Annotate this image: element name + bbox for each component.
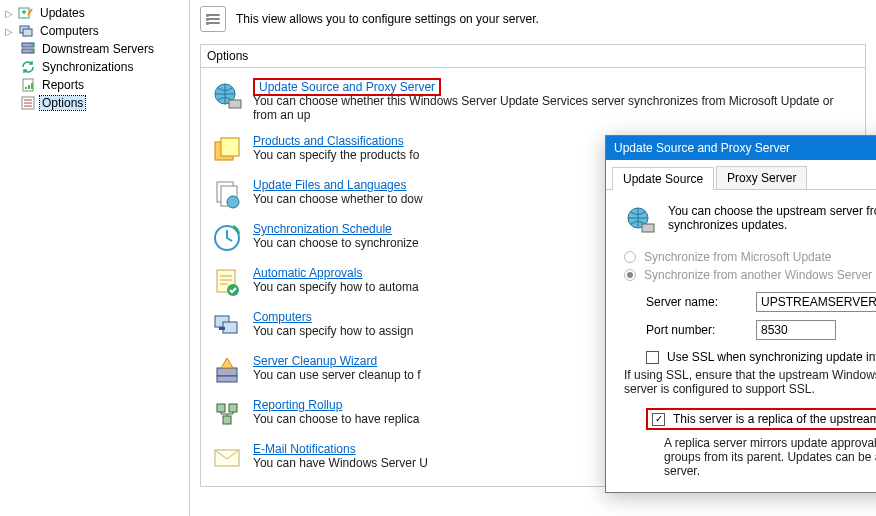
svg-rect-2 [23, 29, 32, 36]
products-icon [211, 134, 243, 166]
option-desc: You can choose whether to dow [253, 192, 423, 206]
tab-proxy-server[interactable]: Proxy Server [716, 166, 807, 189]
option-desc: You can use server cleanup to f [253, 368, 421, 382]
tree-label: Computers [38, 24, 101, 38]
tree-item-updates[interactable]: ▷ Updates [2, 4, 187, 22]
files-icon [211, 178, 243, 210]
ssl-checkbox-row[interactable]: Use SSL when synchronizing update inform… [646, 350, 876, 364]
option-desc: You can specify how to automa [253, 280, 419, 294]
tree-item-sync[interactable]: Synchronizations [2, 58, 187, 76]
option-title[interactable]: Reporting Rollup [253, 398, 342, 412]
computers-icon [18, 23, 34, 39]
replica-checkbox[interactable] [652, 413, 665, 426]
rollup-icon [211, 398, 243, 430]
checkbox-icon[interactable] [646, 351, 659, 364]
radio-upstream: Synchronize from another Windows Server … [624, 268, 876, 282]
replica-label: This server is a replica of the upstream… [673, 412, 876, 426]
radio-icon [624, 269, 636, 281]
email-icon [211, 442, 243, 474]
tree-label: Reports [40, 78, 86, 92]
radio-icon [624, 251, 636, 263]
list-icon [200, 6, 226, 32]
tree-item-reports[interactable]: Reports [2, 76, 187, 94]
svg-rect-29 [223, 416, 231, 424]
option-desc: You can specify how to assign [253, 324, 413, 338]
svg-rect-24 [219, 327, 225, 330]
option-title[interactable]: Products and Classifications [253, 134, 404, 148]
radio-label: Synchronize from Microsoft Update [644, 250, 831, 264]
downstream-servers-icon [20, 41, 36, 57]
replica-hint: A replica server mirrors update approval… [664, 436, 876, 478]
svg-rect-15 [221, 138, 239, 156]
svg-rect-25 [217, 368, 237, 376]
svg-point-6 [31, 50, 33, 52]
tree-item-computers[interactable]: ▷ Computers [2, 22, 187, 40]
svg-point-5 [31, 44, 33, 46]
tree-label: Synchronizations [40, 60, 135, 74]
main-panel: This view allows you to configure settin… [190, 0, 876, 516]
port-input[interactable] [756, 320, 836, 340]
svg-rect-13 [229, 100, 241, 108]
server-name-label: Server name: [646, 295, 746, 309]
ssl-label: Use SSL when synchronizing update inform… [667, 350, 876, 364]
approvals-icon [211, 266, 243, 298]
options-icon [20, 95, 36, 111]
option-title[interactable]: Update Files and Languages [253, 178, 406, 192]
nav-tree: ▷ Updates ▷ Computers Downstream Servers… [0, 0, 190, 516]
sync-icon [20, 59, 36, 75]
globe-server-icon [624, 204, 656, 236]
option-desc: You can choose to have replica [253, 412, 419, 426]
tree-item-options[interactable]: Options [2, 94, 187, 112]
globe-server-icon [211, 80, 243, 112]
svg-rect-23 [223, 322, 237, 333]
svg-rect-8 [25, 87, 27, 89]
option-desc: You can have Windows Server U [253, 456, 428, 470]
port-label: Port number: [646, 323, 746, 337]
dialog-body: You can choose the upstream server from … [606, 190, 876, 492]
option-title[interactable]: Server Cleanup Wizard [253, 354, 377, 368]
svg-point-18 [227, 196, 239, 208]
svg-rect-28 [229, 404, 237, 412]
svg-rect-27 [217, 404, 225, 412]
svg-rect-9 [28, 85, 30, 89]
dialog-tabs: Update Source Proxy Server [606, 160, 876, 190]
updates-icon [18, 5, 34, 21]
option-desc: You can specify the products fo [253, 148, 419, 162]
schedule-icon [211, 222, 243, 254]
option-desc: You can choose whether this Windows Serv… [253, 94, 833, 122]
expander-icon[interactable]: ▷ [4, 26, 14, 37]
tree-item-downstream[interactable]: Downstream Servers [2, 40, 187, 58]
tree-label: Updates [38, 6, 87, 20]
option-title[interactable]: Synchronization Schedule [253, 222, 392, 236]
radio-ms-update: Synchronize from Microsoft Update [624, 250, 876, 264]
dialog-intro: You can choose the upstream server from … [668, 204, 876, 232]
radio-label: Synchronize from another Windows Server … [644, 268, 876, 282]
dialog-title: Update Source and Proxy Server [614, 141, 790, 155]
option-title[interactable]: Automatic Approvals [253, 266, 362, 280]
computers-icon [211, 310, 243, 342]
svg-rect-10 [31, 83, 33, 89]
reports-icon [20, 77, 36, 93]
dialog-titlebar[interactable]: Update Source and Proxy Server ✕ [606, 136, 876, 160]
expander-icon[interactable]: ▷ [4, 8, 14, 19]
tab-update-source[interactable]: Update Source [612, 167, 714, 190]
option-title[interactable]: E-Mail Notifications [253, 442, 356, 456]
cleanup-icon [211, 354, 243, 386]
update-source-dialog: Update Source and Proxy Server ✕ Update … [605, 135, 876, 493]
ssl-hint: If using SSL, ensure that the upstream W… [624, 368, 876, 396]
tree-label: Options [40, 96, 85, 110]
server-name-input[interactable] [756, 292, 876, 312]
info-text: This view allows you to configure settin… [236, 12, 539, 26]
option-title[interactable]: Computers [253, 310, 312, 324]
tree-label: Downstream Servers [40, 42, 156, 56]
option-update-source[interactable]: Update Source and Proxy Server You can c… [201, 74, 865, 128]
svg-rect-32 [642, 224, 654, 232]
option-desc: You can choose to synchronize [253, 236, 419, 250]
svg-rect-26 [217, 376, 237, 382]
info-bar: This view allows you to configure settin… [190, 0, 876, 38]
options-group-header: Options [200, 44, 866, 67]
